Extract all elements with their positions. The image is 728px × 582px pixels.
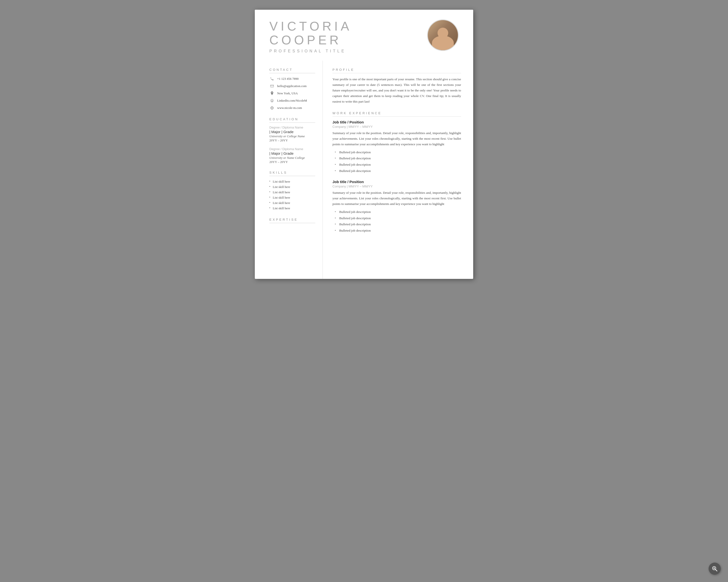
edu-major-2: | Major | Grade xyxy=(269,151,315,156)
location-text: New York, USA xyxy=(277,91,298,95)
job-company-2: Company | MM/YY – MM/YY xyxy=(333,185,461,188)
skill-item-1: List skill here xyxy=(269,179,315,184)
job-bullet-1-1: Bulleted job description xyxy=(335,149,461,156)
profile-text: Your profile is one of the most importan… xyxy=(333,77,461,105)
resume-document: VICTORIA COOPER PROFESSIONAL TITLE CONTA… xyxy=(255,10,473,279)
linkedin-icon xyxy=(269,98,275,103)
contact-location: New York, USA xyxy=(269,91,315,96)
edu-degree-2: Degree / Diploma Name xyxy=(269,147,315,151)
contact-phone: +1 123 456 7890 xyxy=(269,76,315,82)
edu-dates-1: 20YY – 20YY xyxy=(269,138,315,142)
job-bullet-2-3: Bulleted job description xyxy=(335,221,461,227)
right-column: PROFILE Your profile is one of the most … xyxy=(323,61,473,279)
edu-university-1: University or College Name xyxy=(269,134,315,138)
skills-section: SKILLS List skill here List skill here L… xyxy=(269,171,315,211)
email-text: hello@application.com xyxy=(277,84,307,88)
header-text: VICTORIA COOPER PROFESSIONAL TITLE xyxy=(269,20,427,53)
location-icon xyxy=(269,91,275,96)
phone-text: +1 123 456 7890 xyxy=(277,77,299,81)
education-entry-2: Degree / Diploma Name | Major | Grade Un… xyxy=(269,147,315,164)
job-bullet-2-1: Bulleted job description xyxy=(335,209,461,215)
candidate-title: PROFESSIONAL TITLE xyxy=(269,49,427,53)
page-wrapper: VICTORIA COOPER PROFESSIONAL TITLE CONTA… xyxy=(255,10,473,279)
contact-section-header: CONTACT xyxy=(269,68,315,73)
profile-section-header: PROFILE xyxy=(333,68,461,73)
education-entry-1: Degree / Diploma Name | Major | Grade Un… xyxy=(269,126,315,142)
linkedin-text: LinkedIn.com/NicoleM xyxy=(277,99,307,103)
contact-email: hello@application.com xyxy=(269,83,315,89)
skill-item-6: List skill here xyxy=(269,206,315,211)
website-icon xyxy=(269,105,275,111)
job-bullet-2-4: Bulleted job description xyxy=(335,227,461,234)
job-title-2: Job title / Position xyxy=(333,180,461,184)
contact-section: CONTACT +1 123 456 7890 xyxy=(269,68,315,111)
job-bullets-2: Bulleted job description Bulleted job de… xyxy=(335,209,461,233)
job-company-1: Company | MM/YY – MM/YY xyxy=(333,125,461,129)
expertise-section: EXPERTISE xyxy=(269,218,315,223)
edu-degree-1: Degree / Diploma Name xyxy=(269,126,315,129)
skill-item-2: List skill here xyxy=(269,184,315,190)
skill-item-4: List skill here xyxy=(269,195,315,200)
job-summary-1: Summary of your role in the position. De… xyxy=(333,131,461,147)
zoom-button[interactable] xyxy=(709,563,721,575)
education-section-header: EDUCATION xyxy=(269,117,315,123)
job-bullet-1-4: Bulleted job description xyxy=(335,168,461,174)
svg-point-2 xyxy=(272,100,272,101)
edu-major-1: | Major | Grade xyxy=(269,130,315,134)
job-entry-1: Job title / Position Company | MM/YY – M… xyxy=(333,120,461,174)
contact-linkedin: LinkedIn.com/NicoleM xyxy=(269,98,315,103)
job-entry-2: Job title / Position Company | MM/YY – M… xyxy=(333,180,461,233)
job-bullet-2-2: Bulleted job description xyxy=(335,215,461,221)
contact-website: www.nicole-m.com xyxy=(269,105,315,111)
skill-item-3: List skill here xyxy=(269,190,315,195)
svg-rect-3 xyxy=(272,101,272,102)
left-column: CONTACT +1 123 456 7890 xyxy=(255,61,323,279)
job-bullet-1-3: Bulleted job description xyxy=(335,162,461,168)
edu-dates-2: 20YY – 20YY xyxy=(269,160,315,164)
job-bullets-1: Bulleted job description Bulleted job de… xyxy=(335,149,461,174)
candidate-name: VICTORIA COOPER xyxy=(269,20,427,47)
education-section: EDUCATION Degree / Diploma Name | Major … xyxy=(269,117,315,164)
skills-section-header: SKILLS xyxy=(269,171,315,176)
body-layout: CONTACT +1 123 456 7890 xyxy=(255,61,473,279)
photo-placeholder xyxy=(428,20,458,50)
edu-university-2: University or Name College xyxy=(269,156,315,160)
work-experience-section-header: WORK EXPERIENCE xyxy=(333,111,461,117)
job-summary-2: Summary of your role in the position. De… xyxy=(333,190,461,207)
skills-list: List skill here List skill here List ski… xyxy=(269,179,315,211)
resume-header: VICTORIA COOPER PROFESSIONAL TITLE xyxy=(255,10,473,61)
website-text: www.nicole-m.com xyxy=(277,106,302,110)
candidate-photo xyxy=(427,20,459,51)
svg-line-8 xyxy=(716,570,717,571)
job-bullet-1-2: Bulleted job description xyxy=(335,155,461,162)
job-title-1: Job title / Position xyxy=(333,120,461,124)
expertise-section-header: EXPERTISE xyxy=(269,218,315,223)
email-icon xyxy=(269,83,275,89)
phone-icon xyxy=(269,76,275,82)
work-experience-section: WORK EXPERIENCE Job title / Position Com… xyxy=(333,111,461,233)
profile-section: PROFILE Your profile is one of the most … xyxy=(333,68,461,105)
skill-item-5: List skill here xyxy=(269,200,315,206)
